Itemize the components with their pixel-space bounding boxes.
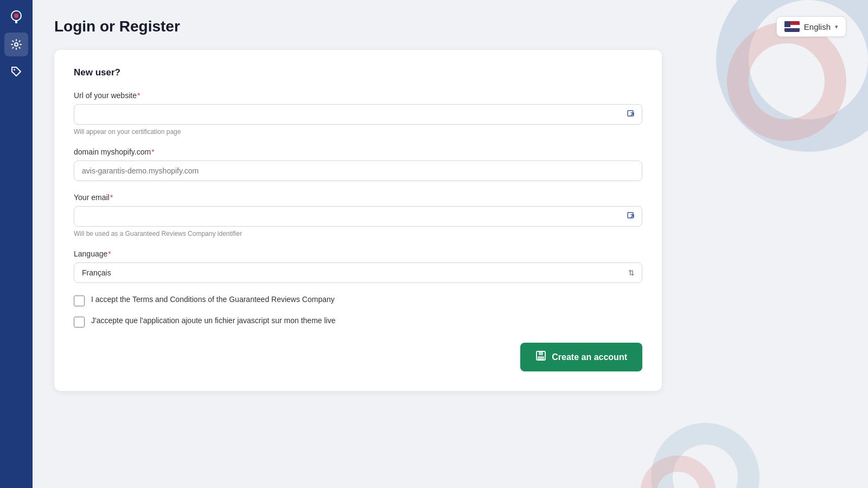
form-section-title: New user? [74, 67, 642, 78]
language-label: English [804, 22, 831, 31]
deco-circle-pink-bottom [640, 455, 716, 488]
language-select-wrapper: Français English Español Deutsch ⇅ [74, 262, 642, 283]
url-input-wrapper [74, 104, 642, 125]
page-title: Login or Register [54, 18, 180, 35]
language-field-label: Language* [74, 249, 642, 258]
create-account-label: Create an account [552, 352, 627, 362]
registration-form-card: New user? Url of your website* Will appe… [54, 50, 662, 391]
url-hint: Will appear on your certification page [74, 128, 642, 136]
logo-icon [9, 10, 23, 24]
domain-field-group: domain myshopify.com* [74, 147, 642, 181]
chevron-down-icon: ▾ [835, 23, 838, 30]
svg-point-4 [14, 69, 15, 70]
svg-rect-8 [539, 351, 543, 355]
domain-label: domain myshopify.com* [74, 147, 642, 156]
sidebar-item-logo[interactable] [4, 5, 28, 29]
url-input[interactable] [74, 104, 642, 125]
svg-point-1 [14, 14, 18, 18]
email-hint: Will be used as a Guaranteed Reviews Com… [74, 230, 642, 237]
email-label: Your email* [74, 193, 642, 202]
language-selector[interactable]: English ▾ [776, 16, 846, 37]
tag-icon [10, 66, 22, 78]
language-field-group: Language* Français English Español Deuts… [74, 249, 642, 283]
svg-rect-9 [538, 356, 544, 359]
terms-checkbox[interactable] [74, 296, 85, 306]
javascript-checkbox-label[interactable]: J'accepte que l'application ajoute un fi… [91, 316, 335, 325]
sidebar-item-settings[interactable] [4, 33, 28, 56]
sidebar [0, 0, 33, 488]
domain-input[interactable] [74, 160, 642, 181]
email-input-wrapper [74, 206, 642, 227]
svg-point-3 [15, 43, 18, 46]
terms-checkbox-group: I accept the Terms and Conditions of the… [74, 295, 642, 306]
flag-icon [784, 21, 800, 32]
email-field-group: Your email* Will be used as a Guaranteed… [74, 193, 642, 237]
svg-rect-2 [15, 20, 17, 23]
terms-checkbox-label[interactable]: I accept the Terms and Conditions of the… [91, 295, 335, 304]
javascript-checkbox[interactable] [74, 317, 85, 328]
create-account-button[interactable]: Create an account [520, 343, 642, 371]
url-field-group: Url of your website* Will appear on your… [74, 91, 642, 136]
main-content: Login or Register English ▾ New user? Ur… [33, 0, 868, 488]
url-label: Url of your website* [74, 91, 642, 100]
deco-circle-blue-bottom [651, 423, 760, 488]
header-row: Login or Register English ▾ [54, 16, 846, 37]
javascript-checkbox-group: J'accepte que l'application ajoute un fi… [74, 316, 642, 328]
domain-input-wrapper [74, 160, 642, 181]
email-input[interactable] [74, 206, 642, 227]
deco-circle-pink [727, 22, 846, 141]
save-icon [535, 350, 546, 364]
sidebar-item-tag[interactable] [4, 60, 28, 84]
form-footer: Create an account [74, 343, 642, 371]
gear-icon [10, 38, 22, 50]
language-select[interactable]: Français English Español Deutsch [74, 262, 642, 283]
